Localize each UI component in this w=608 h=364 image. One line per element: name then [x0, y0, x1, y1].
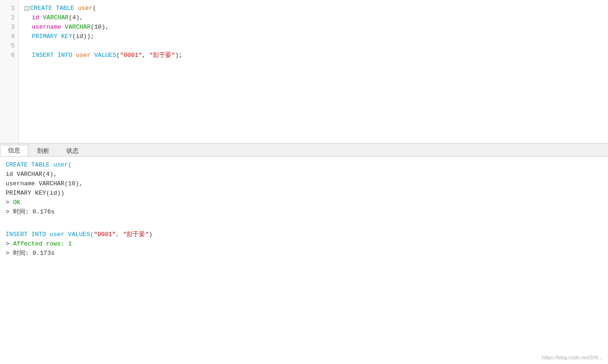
- keyword-key: KEY: [61, 33, 72, 40]
- out-line-affected: > Affected rows: 1: [6, 239, 602, 249]
- output-block-1: CREATE TABLE user( id VARCHAR(4), userna…: [6, 160, 602, 217]
- line-num-3: 3: [0, 23, 18, 32]
- collapse-icon-1[interactable]: □: [24, 6, 29, 11]
- out-line-username: username VARCHAR(10),: [6, 179, 602, 189]
- line-num-5: 5: [0, 41, 18, 51]
- output-area[interactable]: CREATE TABLE user( id VARCHAR(4), userna…: [0, 157, 608, 364]
- code-line-4: PRIMARY KEY(id));: [24, 32, 602, 41]
- col-username: username: [32, 24, 61, 31]
- out-line-ok: > OK: [6, 198, 602, 207]
- keyword-into: INTO: [57, 52, 72, 59]
- table-name-user-2: user: [76, 52, 90, 59]
- type-varchar: VARCHAR: [43, 14, 69, 21]
- line-num-2: 2: [0, 13, 18, 23]
- keyword-create: CREATE: [30, 5, 52, 12]
- tab-status[interactable]: 状态: [58, 145, 87, 156]
- output-block-2: INSERT INTO user VALUES("0001", "彭于晏") >…: [6, 230, 602, 258]
- keyword-insert: INSERT: [32, 52, 54, 59]
- line-num-6: 6: [0, 51, 18, 60]
- line-numbers: 1 2 3 4 5 6: [0, 0, 19, 143]
- type-varchar-2: VARCHAR: [65, 24, 91, 31]
- out-line-pk: PRIMARY KEY(id)): [6, 189, 602, 198]
- watermark: https://blog.csdn.net/ZHt...: [542, 355, 602, 360]
- out-empty-line: [6, 221, 602, 230]
- out-line-id: id VARCHAR(4),: [6, 170, 602, 179]
- code-line-2: id VARCHAR(4),: [24, 13, 602, 23]
- code-line-3: username VARCHAR(10),: [24, 23, 602, 32]
- code-line-6: INSERT INTO user VALUES("0001", "彭于晏");: [24, 51, 602, 60]
- tab-info[interactable]: 信息: [0, 145, 28, 156]
- out-line-insert: INSERT INTO user VALUES("0001", "彭于晏"): [6, 230, 602, 239]
- tabs-bar: 信息 剖析 状态: [0, 143, 608, 157]
- code-editor[interactable]: □CREATE TABLE user( id VARCHAR(4), usern…: [19, 0, 608, 143]
- out-line-time2: > 时间: 0.173s: [6, 249, 602, 258]
- tab-profile[interactable]: 剖析: [29, 145, 57, 156]
- col-id: id: [32, 14, 40, 21]
- keyword-primary: PRIMARY: [32, 33, 58, 40]
- string-val-name: "彭于晏": [149, 52, 175, 59]
- line-num-1: 1: [0, 4, 18, 13]
- table-name-user: user: [78, 5, 92, 12]
- bottom-panel: 信息 剖析 状态 CREATE TABLE user( id VARCHAR(4…: [0, 143, 608, 364]
- line-num-4: 4: [0, 32, 18, 41]
- editor-panel: 1 2 3 4 5 6 □CREATE TABLE user( id VARCH…: [0, 0, 608, 143]
- out-line-create: CREATE TABLE user(: [6, 160, 602, 170]
- keyword-values: VALUES: [94, 52, 116, 59]
- keyword-table: TABLE: [56, 5, 74, 12]
- code-line-1: □CREATE TABLE user(: [24, 4, 602, 13]
- out-line-time1: > 时间: 0.176s: [6, 207, 602, 217]
- code-line-5: [24, 41, 602, 51]
- string-val-id: "0001": [120, 52, 142, 59]
